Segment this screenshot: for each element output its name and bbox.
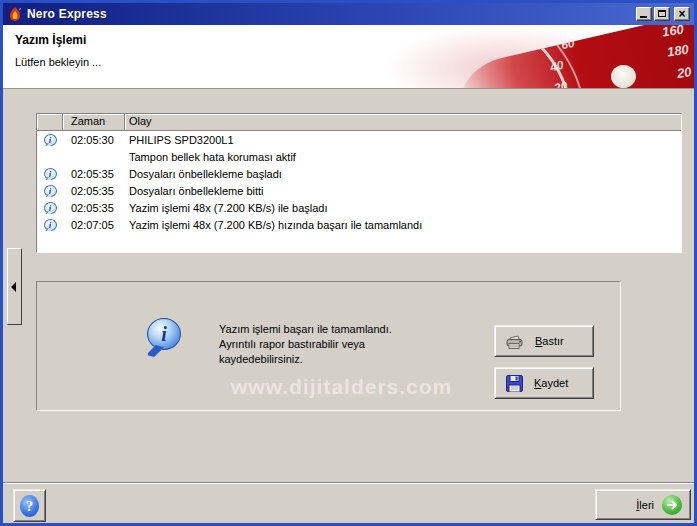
log-row-icon-cell: i	[37, 219, 63, 231]
result-panel: i Yazım işlemi başarı ile tamamlandı. Ay…	[36, 281, 621, 411]
log-row-time: 02:05:35	[63, 202, 125, 214]
floppy-disk-icon	[504, 373, 525, 394]
log-row-icon-cell: i	[37, 185, 63, 197]
next-arrow-icon	[662, 495, 682, 515]
info-bubble-large-icon: i	[147, 318, 181, 350]
close-button[interactable]: ×	[674, 7, 690, 21]
dial-highlight-decoration	[611, 65, 636, 88]
wizard-header: 60 40 20 160 180 20 Yazım İşlemi Lütfen …	[3, 25, 694, 89]
nero-express-window: Nero Express × 60 40 20 160 180 20 Yazım…	[0, 0, 697, 526]
log-row-time: 02:07:05	[63, 219, 125, 231]
sidebar-collapse-handle[interactable]	[7, 248, 22, 325]
burn-log-list: Zaman Olay i 02:05:30 PHILIPS SPD3200L1 …	[36, 113, 682, 253]
maximize-icon	[658, 10, 666, 17]
log-row-event: Yazim işlemi 48x (7.200 KB/s) ile başlad…	[125, 202, 681, 214]
log-row[interactable]: i 02:05:35 Yazim işlemi 48x (7.200 KB/s)…	[37, 199, 681, 216]
result-message-line: Yazım işlemi başarı ile tamamlandı.	[219, 322, 392, 337]
log-row[interactable]: i 02:07:05 Yazim işlemi 48x (7.200 KB/s)…	[37, 216, 681, 233]
log-header-row: Zaman Olay	[37, 114, 681, 131]
log-row-event: Yazim işlemi 48x (7.200 KB/s) hızında ba…	[125, 219, 681, 231]
log-row-event: PHILIPS SPD3200L1	[125, 134, 681, 146]
result-message: Yazım işlemi başarı ile tamamlandı. Ayrı…	[219, 322, 392, 367]
next-button[interactable]: İleri	[595, 489, 691, 520]
info-bubble-icon: i	[44, 219, 57, 231]
help-button[interactable]: ?	[13, 489, 46, 522]
info-bubble-icon: i	[44, 185, 57, 197]
log-row-event: Dosyaları önbellekleme bitti	[125, 185, 681, 197]
log-row-icon-cell: i	[37, 202, 63, 214]
dial-number: 20	[676, 64, 692, 81]
info-bubble-icon: i	[44, 202, 57, 214]
log-row[interactable]: i 02:05:30 PHILIPS SPD3200L1	[37, 131, 681, 148]
next-button-label: İleri	[636, 499, 654, 511]
nero-flame-icon	[7, 6, 23, 22]
print-button[interactable]: Bastır	[494, 325, 594, 357]
save-button-label: Kaydet	[534, 377, 568, 389]
log-row-time: 02:05:35	[63, 185, 125, 197]
save-button[interactable]: Kaydet	[494, 367, 594, 399]
info-bubble-icon: i	[44, 134, 57, 146]
log-column-time[interactable]: Zaman	[63, 114, 125, 131]
info-bubble-icon: i	[44, 168, 57, 180]
log-row-time: 02:05:30	[63, 134, 125, 146]
log-rows: i 02:05:30 PHILIPS SPD3200L1 i Tampon be…	[37, 131, 681, 233]
footer-divider	[3, 482, 694, 484]
print-button-label: Bastır	[535, 335, 564, 347]
log-row[interactable]: i 02:05:35 Dosyaları önbellekleme başlad…	[37, 165, 681, 182]
close-icon: ×	[675, 6, 689, 22]
log-row-event: Tampon bellek hata koruması aktif	[125, 151, 681, 163]
log-row[interactable]: i Tampon bellek hata koruması aktif	[37, 148, 681, 165]
title-bar[interactable]: Nero Express ×	[3, 3, 694, 25]
page-title: Yazım İşlemi	[15, 33, 86, 47]
log-row-icon-cell: i	[37, 168, 63, 180]
page-subtitle: Lütfen bekleyin ...	[15, 56, 101, 68]
log-column-event[interactable]: Olay	[125, 114, 681, 131]
window-controls: ×	[636, 7, 690, 21]
chevron-left-icon	[11, 282, 16, 292]
log-row-icon-cell: i	[37, 134, 63, 146]
help-icon: ?	[20, 495, 39, 517]
log-row-icon-cell: i	[37, 151, 63, 163]
maximize-button[interactable]	[654, 7, 670, 21]
log-row[interactable]: i 02:05:35 Dosyaları önbellekleme bitti	[37, 182, 681, 199]
log-row-event: Dosyaları önbellekleme başladı	[125, 168, 681, 180]
log-column-icon[interactable]	[37, 114, 63, 131]
result-message-line: Ayrıntılı rapor bastırabilir veya	[219, 337, 392, 352]
printer-icon	[504, 331, 526, 351]
dial-number: 180	[666, 42, 690, 60]
result-message-line: kaydedebilirsiniz.	[219, 352, 392, 367]
log-row-time: 02:05:35	[63, 168, 125, 180]
minimize-icon	[640, 16, 647, 18]
window-title: Nero Express	[27, 7, 107, 21]
minimize-button[interactable]	[636, 7, 652, 21]
